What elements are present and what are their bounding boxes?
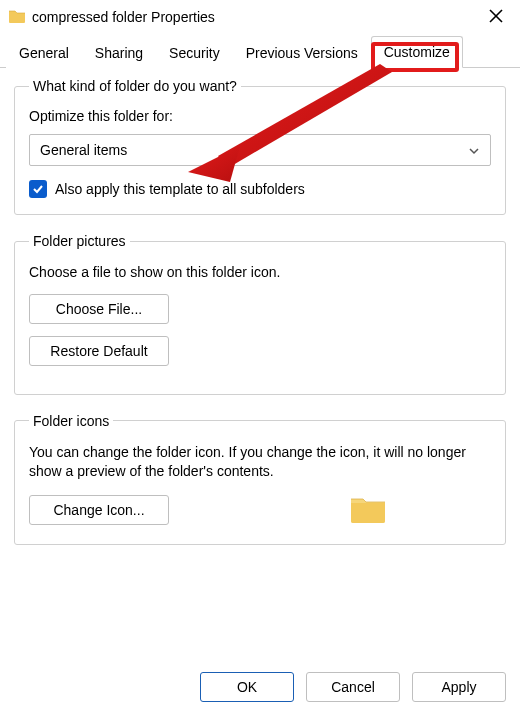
titlebar: compressed folder Properties — [0, 0, 520, 34]
choose-file-button[interactable]: Choose File... — [29, 294, 169, 324]
optimize-label: Optimize this folder for: — [29, 108, 491, 124]
tab-previous-versions[interactable]: Previous Versions — [233, 37, 371, 68]
folder-icon — [8, 8, 26, 27]
tab-strip: General Sharing Security Previous Versio… — [0, 34, 520, 68]
tab-customize[interactable]: Customize — [371, 36, 463, 68]
close-button[interactable] — [482, 6, 510, 29]
optimize-select-value: General items — [40, 142, 127, 158]
close-icon — [488, 8, 504, 24]
dialog-footer: OK Cancel Apply — [200, 672, 506, 702]
group-folder-kind: What kind of folder do you want? Optimiz… — [14, 78, 506, 215]
folder-preview-icon — [349, 493, 387, 528]
folder-pictures-desc: Choose a file to show on this folder ico… — [29, 263, 491, 282]
cancel-button[interactable]: Cancel — [306, 672, 400, 702]
folder-icons-desc: You can change the folder icon. If you c… — [29, 443, 491, 481]
group-folder-kind-legend: What kind of folder do you want? — [29, 78, 241, 94]
tab-sharing[interactable]: Sharing — [82, 37, 156, 68]
apply-subfolders-checkbox[interactable] — [29, 180, 47, 198]
window-title: compressed folder Properties — [32, 9, 482, 25]
group-folder-icons-legend: Folder icons — [29, 413, 113, 429]
chevron-down-icon — [468, 144, 480, 156]
checkmark-icon — [32, 183, 44, 195]
change-icon-button[interactable]: Change Icon... — [29, 495, 169, 525]
apply-subfolders-label: Also apply this template to all subfolde… — [55, 181, 305, 197]
ok-button[interactable]: OK — [200, 672, 294, 702]
group-folder-icons: Folder icons You can change the folder i… — [14, 413, 506, 545]
optimize-select[interactable]: General items — [29, 134, 491, 166]
tab-content: What kind of folder do you want? Optimiz… — [0, 68, 520, 545]
apply-button[interactable]: Apply — [412, 672, 506, 702]
restore-default-button[interactable]: Restore Default — [29, 336, 169, 366]
group-folder-pictures-legend: Folder pictures — [29, 233, 130, 249]
tab-general[interactable]: General — [6, 37, 82, 68]
tab-security[interactable]: Security — [156, 37, 233, 68]
group-folder-pictures: Folder pictures Choose a file to show on… — [14, 233, 506, 395]
